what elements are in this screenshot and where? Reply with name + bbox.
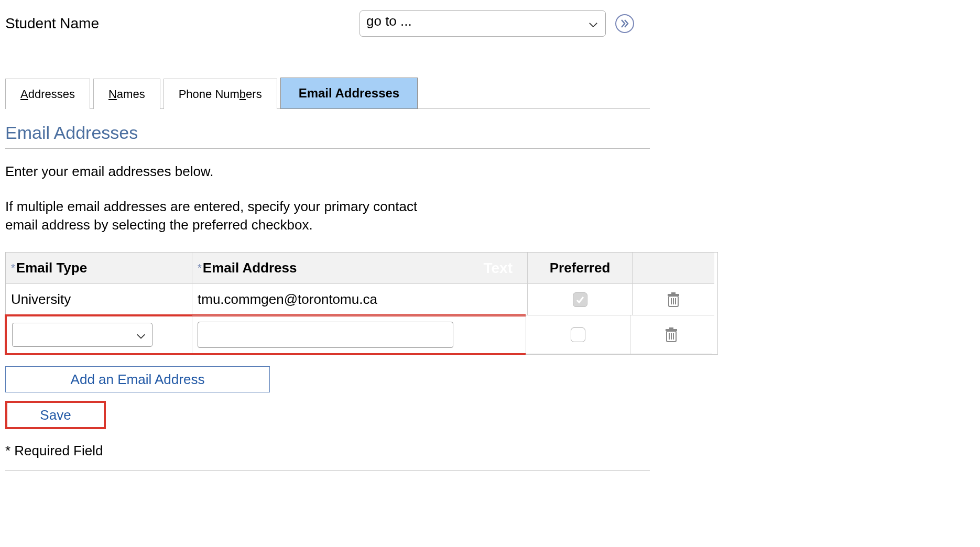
table-row: University tmu.commgen@torontomu.ca [6,284,717,315]
check-icon [575,295,585,304]
tab-addresses-accel: A [20,87,28,101]
goto-select[interactable]: go to ... [360,10,606,37]
email-address-value: tmu.commgen@torontomu.ca [192,284,528,315]
col-header-preferred: Preferred [528,253,633,284]
tab-phone-accel: b [239,87,246,101]
tab-addresses[interactable]: Addresses [5,79,90,109]
add-email-button[interactable]: Add an Email Address [5,366,270,392]
email-address-input[interactable] [198,322,453,348]
chevron-down-icon [589,16,598,32]
preferred-checkbox[interactable] [573,292,587,307]
tab-phone-rest: ers [246,87,262,101]
divider [5,471,650,471]
intro-text-2: If multiple email addresses are entered,… [5,198,424,234]
goto-select-value: go to ... [366,13,412,29]
section-title: Email Addresses [5,123,650,149]
tab-phone-pre: Phone Num [179,87,239,101]
chevron-down-icon [136,327,146,343]
preferred-checkbox[interactable] [571,327,585,342]
svg-rect-10 [666,329,677,331]
page-title: Student Name [5,15,99,32]
save-button[interactable]: Save [5,401,106,429]
tab-addresses-label: ddresses [28,87,75,101]
intro-text-1: Enter your email addresses below. [5,163,477,180]
email-type-value: University [6,284,192,315]
email-type-select[interactable] [12,323,153,347]
go-button[interactable] [615,14,634,33]
watermark-text: Text [484,260,513,277]
tab-names-label: ames [117,87,145,101]
svg-rect-4 [668,294,679,296]
svg-rect-5 [671,292,676,294]
table-row [6,315,717,354]
col-header-delete [633,253,714,284]
tab-names-accel: N [108,87,117,101]
delete-row-button[interactable] [665,327,678,343]
col-header-email-type: *Email Type [6,253,192,284]
tab-phone-numbers[interactable]: Phone Numbers [164,79,277,109]
email-table: *Email Type *Email Address Text Preferre… [5,252,718,355]
tab-names[interactable]: Names [93,79,160,109]
col-header-email-address: *Email Address Text [192,253,528,284]
trash-icon [667,292,680,308]
tab-email-label: Email Addresses [299,86,400,101]
required-field-note: * Required Field [5,443,980,459]
svg-rect-11 [669,327,673,329]
trash-icon [665,327,678,343]
go-icon [619,18,630,29]
tab-email-addresses[interactable]: Email Addresses [280,78,418,109]
delete-row-button[interactable] [667,292,680,308]
